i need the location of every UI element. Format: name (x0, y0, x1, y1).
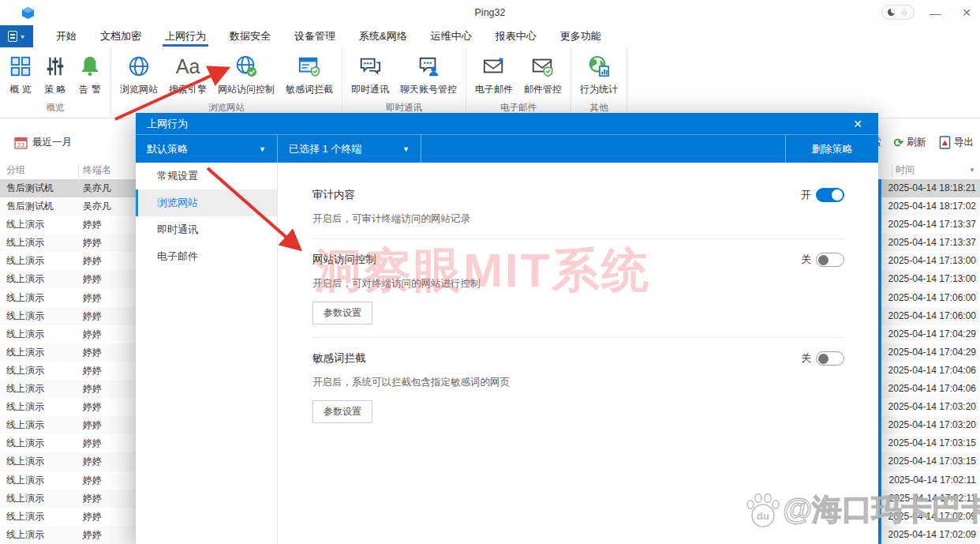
ribbon-overview-button[interactable]: 概 览 (3, 52, 38, 96)
page-shield-icon (297, 52, 321, 81)
tab-ops-center[interactable]: 运维中心 (419, 25, 484, 47)
ribbon-item-label: 邮件管控 (524, 83, 562, 96)
cell-time: 2025-04-14 17:04:29 (888, 343, 976, 362)
toggle-state-label: 关 (801, 351, 811, 366)
column-sort-caret-icon[interactable]: ▼ (969, 167, 975, 174)
ribbon-alert-button[interactable]: 告 警 (73, 52, 107, 96)
cell-time: 2025-04-14 17:13:00 (888, 252, 976, 270)
cell-time: 2025-04-14 17:03:15 (888, 452, 976, 471)
cell-terminal: 婷婷 (83, 343, 102, 362)
ribbon-sensitive-word-block-button[interactable]: 敏感词拦截 (280, 52, 339, 96)
chevron-down-icon: ▼ (259, 145, 266, 153)
svg-text:23: 23 (17, 141, 24, 148)
cell-terminal: 婷婷 (83, 307, 102, 325)
column-header-group[interactable]: 分组 (6, 163, 25, 177)
cell-terminal: 婷婷 (83, 526, 102, 544)
theme-toggle[interactable]: ☼ (881, 5, 915, 20)
dialog-close-icon[interactable]: ✕ (848, 118, 867, 130)
menu-bar: ▼ 开始 文档加密 上网行为 数据安全 设备管理 系统&网络 运维中心 报表中心… (0, 25, 980, 47)
tab-doc-encrypt[interactable]: 文档加密 (88, 25, 153, 47)
date-filter[interactable]: 23 最近一月 (14, 136, 72, 149)
toggle-state-label: 关 (801, 253, 811, 267)
ribbon-site-access-control-button[interactable]: 网站访问控制 (212, 52, 280, 96)
sensitive-word-toggle[interactable] (816, 351, 844, 366)
cell-time: 2025-04-14 17:13:37 (888, 234, 976, 252)
ribbon-item-label: 电子邮件 (475, 83, 513, 96)
tab-start[interactable]: 开始 (44, 25, 88, 47)
caret-down-icon: ▼ (20, 34, 25, 39)
cell-group: 线上演示 (6, 325, 44, 343)
cell-terminal: 婷婷 (83, 416, 102, 434)
param-settings-button[interactable]: 参数设置 (312, 302, 372, 325)
ping32-window: Ping32 ☼ — ✕ ▼ 开始 文档加密 上网行为 数据安全 设备管理 系统… (0, 0, 980, 544)
refresh-button[interactable]: ⟳ 刷新 (893, 136, 926, 149)
column-header-terminal[interactable]: 终端名 (83, 163, 111, 177)
ribbon-mail-control-button[interactable]: 邮件管控 (518, 52, 567, 96)
ribbon-policy-button[interactable]: 策 略 (38, 52, 73, 96)
ribbon-im-button[interactable]: 即时通讯 (346, 52, 395, 96)
cell-terminal: 吴亦凡 (83, 197, 111, 216)
setting-name: 审计内容 (312, 188, 355, 202)
cell-group: 线上演示 (6, 343, 44, 362)
setting-name: 网站访问控制 (312, 253, 376, 267)
chat-user-icon (417, 52, 440, 81)
terminal-dropdown[interactable]: 已选择 1 个终端 ▼ (278, 135, 421, 163)
cell-time: 2025-04-14 17:06:00 (888, 289, 976, 307)
app-menu-button[interactable]: ▼ (0, 25, 33, 47)
dialog-content: 审计内容 开 开启后，可审计终端访问的网站记录 网站访问控制 关 (278, 163, 878, 544)
cell-terminal: 婷婷 (83, 234, 102, 252)
cell-group: 线上演示 (6, 490, 44, 508)
column-header-time[interactable]: 时间 (896, 163, 915, 177)
toggle-state-label: 开 (801, 188, 811, 202)
menu-tabs: 开始 文档加密 上网行为 数据安全 设备管理 系统&网络 运维中心 报表中心 更… (44, 25, 613, 47)
terminal-dropdown-value: 已选择 1 个终端 (289, 142, 361, 156)
cell-group: 售后测试机 (6, 179, 54, 197)
tab-more-features[interactable]: 更多功能 (548, 25, 613, 47)
minimize-button[interactable]: — (922, 0, 948, 25)
cell-time: 2025-04-14 17:02:11 (888, 471, 976, 490)
delete-policy-button[interactable]: 删除策略 (785, 135, 878, 163)
globe-chart-icon (587, 52, 611, 81)
cell-group: 线上演示 (6, 216, 44, 234)
refresh-icon: ⟳ (893, 137, 903, 148)
site-access-control-toggle[interactable] (816, 253, 844, 267)
policy-dropdown[interactable]: 默认策略 ▼ (136, 135, 278, 163)
cell-group: 线上演示 (6, 416, 44, 434)
cell-time: 2025-04-14 17:13:00 (888, 270, 976, 288)
ribbon-item-label: 浏览网站 (120, 83, 158, 96)
cell-time: 2025-04-14 17:04:06 (888, 362, 976, 380)
ribbon-chat-account-control-button[interactable]: 聊天账号管控 (395, 52, 462, 96)
cell-terminal: 婷婷 (83, 380, 102, 398)
close-button[interactable]: ✕ (953, 0, 980, 25)
ribbon-item-label: 策 略 (44, 83, 65, 96)
tab-report-center[interactable]: 报表中心 (484, 25, 548, 47)
setting-sensitive-word-block: 敏感词拦截 关 开启后，系统可以拦截包含指定敏感词的网页 参数设置 (312, 351, 844, 423)
ribbon-item-label: 敏感词拦截 (286, 83, 333, 96)
ribbon-email-button[interactable]: 电子邮件 (469, 52, 518, 96)
ribbon-browse-web-button[interactable]: 浏览网站 (114, 52, 163, 96)
ribbon-behavior-stats-button[interactable]: 行为统计 (574, 52, 623, 96)
tab-internet-behavior[interactable]: 上网行为 (153, 25, 218, 47)
ribbon-item-label: 即时通讯 (351, 83, 389, 96)
tab-data-security[interactable]: 数据安全 (218, 25, 282, 47)
column-divider (892, 164, 892, 178)
param-settings-button[interactable]: 参数设置 (312, 400, 372, 423)
sidebar-item-general[interactable]: 常规设置 (136, 163, 277, 189)
ribbon-search-engine-button[interactable]: Aa 搜索引擎 (163, 52, 212, 96)
sidebar-item-email[interactable]: 电子邮件 (136, 243, 277, 270)
sidebar-item-browse-web[interactable]: 浏览网站 (136, 189, 277, 216)
cell-terminal: 婷婷 (83, 252, 102, 270)
tab-device-manage[interactable]: 设备管理 (282, 25, 347, 47)
cell-terminal: 婷婷 (83, 216, 102, 234)
cell-group: 线上演示 (6, 252, 44, 270)
policy-sliders-icon (43, 52, 67, 81)
cell-terminal: 吴亦凡 (83, 179, 111, 197)
export-button[interactable]: 导出 (939, 136, 974, 149)
tab-system-network[interactable]: 系统&网络 (347, 25, 419, 47)
audit-content-toggle[interactable] (816, 188, 844, 202)
table-scrollbar[interactable] (878, 179, 881, 544)
dialog-toolbar: 默认策略 ▼ 已选择 1 个终端 ▼ 删除策略 (136, 135, 878, 163)
ribbon-item-label: 网站访问控制 (218, 83, 275, 96)
column-divider (78, 164, 79, 178)
sidebar-item-im[interactable]: 即时通讯 (136, 216, 277, 243)
